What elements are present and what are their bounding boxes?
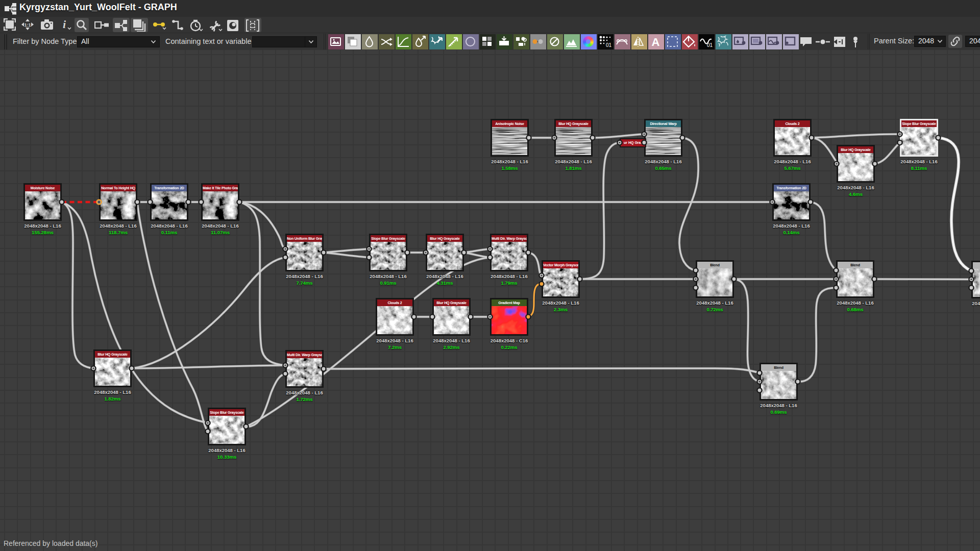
svg-text:1:1: 1:1 — [24, 22, 31, 28]
svg-text:A: A — [652, 36, 660, 48]
svg-text:01: 01 — [606, 42, 612, 48]
svg-text:i: i — [63, 18, 66, 31]
svg-text:01: 01 — [707, 42, 713, 48]
